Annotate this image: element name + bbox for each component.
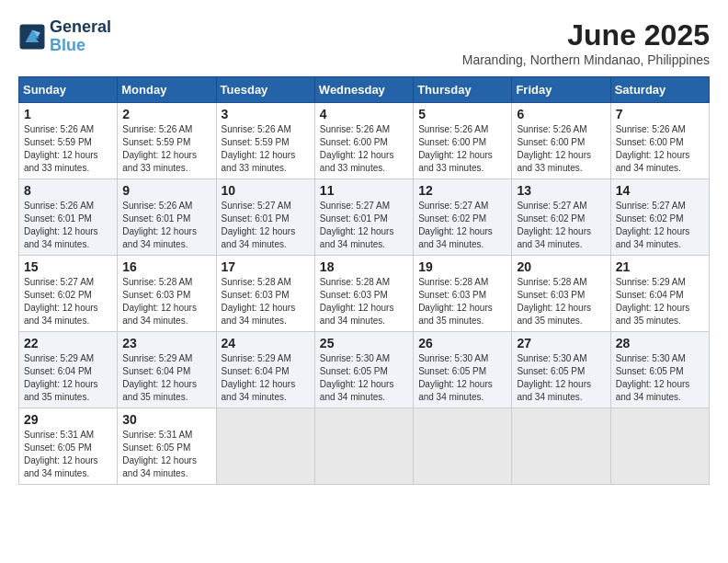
day-number: 29 bbox=[24, 412, 112, 427]
logo-line1: General bbox=[50, 18, 111, 37]
day-number: 16 bbox=[122, 259, 210, 274]
day-info: Sunrise: 5:27 AMSunset: 6:01 PMDaylight:… bbox=[222, 200, 310, 251]
day-number: 14 bbox=[616, 183, 704, 198]
calendar-day-cell: 26Sunrise: 5:30 AMSunset: 6:05 PMDayligh… bbox=[414, 332, 512, 408]
day-number: 12 bbox=[418, 183, 506, 198]
calendar-day-cell: 15Sunrise: 5:27 AMSunset: 6:02 PMDayligh… bbox=[19, 256, 118, 332]
day-number: 9 bbox=[122, 183, 210, 198]
day-info: Sunrise: 5:29 AMSunset: 6:04 PMDaylight:… bbox=[222, 352, 310, 404]
calendar-day-cell: 24Sunrise: 5:29 AMSunset: 6:04 PMDayligh… bbox=[216, 332, 314, 408]
day-info: Sunrise: 5:28 AMSunset: 6:03 PMDaylight:… bbox=[122, 276, 210, 327]
day-number: 6 bbox=[517, 107, 605, 121]
calendar-day-cell: 8Sunrise: 5:26 AMSunset: 6:01 PMDaylight… bbox=[19, 179, 118, 256]
day-info: Sunrise: 5:26 AMSunset: 5:59 PMDaylight:… bbox=[122, 123, 210, 175]
calendar-day-cell: 22Sunrise: 5:29 AMSunset: 6:04 PMDayligh… bbox=[19, 332, 118, 408]
calendar-day-cell: 30Sunrise: 5:31 AMSunset: 6:05 PMDayligh… bbox=[118, 408, 216, 485]
weekday-header-cell: Saturday bbox=[610, 77, 709, 103]
day-info: Sunrise: 5:27 AMSunset: 6:02 PMDaylight:… bbox=[616, 200, 704, 251]
day-number: 22 bbox=[24, 336, 112, 350]
calendar-day-cell: 25Sunrise: 5:30 AMSunset: 6:05 PMDayligh… bbox=[314, 332, 413, 408]
day-number: 17 bbox=[222, 259, 310, 274]
calendar-day-cell: 2Sunrise: 5:26 AMSunset: 5:59 PMDaylight… bbox=[118, 103, 216, 179]
day-info: Sunrise: 5:30 AMSunset: 6:05 PMDaylight:… bbox=[616, 352, 704, 404]
calendar-week-row: 15Sunrise: 5:27 AMSunset: 6:02 PMDayligh… bbox=[19, 256, 710, 332]
calendar-day-cell bbox=[216, 408, 314, 485]
day-info: Sunrise: 5:26 AMSunset: 6:01 PMDaylight:… bbox=[24, 200, 112, 251]
weekday-header-cell: Monday bbox=[118, 77, 216, 103]
day-info: Sunrise: 5:29 AMSunset: 6:04 PMDaylight:… bbox=[122, 352, 210, 404]
calendar-day-cell: 6Sunrise: 5:26 AMSunset: 6:00 PMDaylight… bbox=[512, 103, 610, 179]
logo-icon bbox=[18, 23, 46, 51]
day-number: 25 bbox=[320, 336, 408, 350]
day-info: Sunrise: 5:26 AMSunset: 5:59 PMDaylight:… bbox=[222, 123, 310, 175]
day-number: 13 bbox=[517, 183, 605, 198]
day-info: Sunrise: 5:30 AMSunset: 6:05 PMDaylight:… bbox=[320, 352, 408, 404]
day-info: Sunrise: 5:27 AMSunset: 6:02 PMDaylight:… bbox=[517, 200, 605, 251]
calendar-day-cell: 21Sunrise: 5:29 AMSunset: 6:04 PMDayligh… bbox=[610, 256, 709, 332]
day-number: 2 bbox=[122, 107, 210, 121]
calendar-day-cell: 29Sunrise: 5:31 AMSunset: 6:05 PMDayligh… bbox=[19, 408, 118, 485]
day-number: 23 bbox=[122, 336, 210, 350]
day-info: Sunrise: 5:29 AMSunset: 6:04 PMDaylight:… bbox=[24, 352, 112, 404]
calendar-day-cell: 12Sunrise: 5:27 AMSunset: 6:02 PMDayligh… bbox=[414, 179, 512, 256]
calendar-day-cell bbox=[314, 408, 413, 485]
calendar-day-cell: 4Sunrise: 5:26 AMSunset: 6:00 PMDaylight… bbox=[314, 103, 413, 179]
day-number: 24 bbox=[222, 336, 310, 350]
day-info: Sunrise: 5:30 AMSunset: 6:05 PMDaylight:… bbox=[418, 352, 506, 404]
day-info: Sunrise: 5:30 AMSunset: 6:05 PMDaylight:… bbox=[517, 352, 605, 404]
calendar-day-cell bbox=[512, 408, 610, 485]
calendar-day-cell: 5Sunrise: 5:26 AMSunset: 6:00 PMDaylight… bbox=[414, 103, 512, 179]
calendar-day-cell: 11Sunrise: 5:27 AMSunset: 6:01 PMDayligh… bbox=[314, 179, 413, 256]
day-number: 10 bbox=[222, 183, 310, 198]
calendar-day-cell: 18Sunrise: 5:28 AMSunset: 6:03 PMDayligh… bbox=[314, 256, 413, 332]
day-info: Sunrise: 5:31 AMSunset: 6:05 PMDaylight:… bbox=[122, 429, 210, 480]
day-number: 8 bbox=[24, 183, 112, 198]
day-info: Sunrise: 5:28 AMSunset: 6:03 PMDaylight:… bbox=[517, 276, 605, 327]
calendar-day-cell: 1Sunrise: 5:26 AMSunset: 5:59 PMDaylight… bbox=[19, 103, 118, 179]
calendar-day-cell: 23Sunrise: 5:29 AMSunset: 6:04 PMDayligh… bbox=[118, 332, 216, 408]
calendar-day-cell: 17Sunrise: 5:28 AMSunset: 6:03 PMDayligh… bbox=[216, 256, 314, 332]
day-info: Sunrise: 5:26 AMSunset: 6:00 PMDaylight:… bbox=[517, 123, 605, 175]
day-info: Sunrise: 5:27 AMSunset: 6:02 PMDaylight:… bbox=[24, 276, 112, 327]
day-number: 4 bbox=[320, 107, 408, 121]
day-number: 19 bbox=[418, 259, 506, 274]
day-number: 15 bbox=[24, 259, 112, 274]
calendar-day-cell: 9Sunrise: 5:26 AMSunset: 6:01 PMDaylight… bbox=[118, 179, 216, 256]
calendar-day-cell: 14Sunrise: 5:27 AMSunset: 6:02 PMDayligh… bbox=[610, 179, 709, 256]
day-number: 27 bbox=[517, 336, 605, 350]
calendar-week-row: 1Sunrise: 5:26 AMSunset: 5:59 PMDaylight… bbox=[19, 103, 710, 179]
day-number: 21 bbox=[616, 259, 704, 274]
day-number: 1 bbox=[24, 107, 112, 121]
weekday-header-cell: Thursday bbox=[414, 77, 512, 103]
day-info: Sunrise: 5:26 AMSunset: 6:00 PMDaylight:… bbox=[616, 123, 704, 175]
calendar-day-cell: 3Sunrise: 5:26 AMSunset: 5:59 PMDaylight… bbox=[216, 103, 314, 179]
calendar-week-row: 22Sunrise: 5:29 AMSunset: 6:04 PMDayligh… bbox=[19, 332, 710, 408]
month-title: June 2025 bbox=[462, 18, 710, 52]
day-number: 7 bbox=[616, 107, 704, 121]
day-number: 26 bbox=[418, 336, 506, 350]
calendar-body: 1Sunrise: 5:26 AMSunset: 5:59 PMDaylight… bbox=[19, 103, 710, 485]
calendar-day-cell: 19Sunrise: 5:28 AMSunset: 6:03 PMDayligh… bbox=[414, 256, 512, 332]
day-info: Sunrise: 5:26 AMSunset: 5:59 PMDaylight:… bbox=[24, 123, 112, 175]
day-info: Sunrise: 5:31 AMSunset: 6:05 PMDaylight:… bbox=[24, 429, 112, 480]
weekday-header-row: SundayMondayTuesdayWednesdayThursdayFrid… bbox=[19, 77, 710, 103]
page-header: General Blue June 2025 Maranding, Northe… bbox=[18, 18, 710, 67]
calendar-week-row: 29Sunrise: 5:31 AMSunset: 6:05 PMDayligh… bbox=[19, 408, 710, 485]
title-section: June 2025 Maranding, Northern Mindanao, … bbox=[462, 18, 710, 67]
weekday-header-cell: Sunday bbox=[19, 77, 118, 103]
logo: General Blue bbox=[18, 18, 111, 55]
day-info: Sunrise: 5:26 AMSunset: 6:01 PMDaylight:… bbox=[122, 200, 210, 251]
day-number: 30 bbox=[122, 412, 210, 427]
day-info: Sunrise: 5:27 AMSunset: 6:01 PMDaylight:… bbox=[320, 200, 408, 251]
day-info: Sunrise: 5:26 AMSunset: 6:00 PMDaylight:… bbox=[418, 123, 506, 175]
calendar-day-cell: 16Sunrise: 5:28 AMSunset: 6:03 PMDayligh… bbox=[118, 256, 216, 332]
day-number: 18 bbox=[320, 259, 408, 274]
calendar-day-cell: 27Sunrise: 5:30 AMSunset: 6:05 PMDayligh… bbox=[512, 332, 610, 408]
calendar-table: SundayMondayTuesdayWednesdayThursdayFrid… bbox=[18, 76, 710, 485]
day-number: 3 bbox=[222, 107, 310, 121]
calendar-day-cell: 20Sunrise: 5:28 AMSunset: 6:03 PMDayligh… bbox=[512, 256, 610, 332]
logo-line2: Blue bbox=[50, 37, 111, 55]
day-number: 28 bbox=[616, 336, 704, 350]
calendar-week-row: 8Sunrise: 5:26 AMSunset: 6:01 PMDaylight… bbox=[19, 179, 710, 256]
day-info: Sunrise: 5:27 AMSunset: 6:02 PMDaylight:… bbox=[418, 200, 506, 251]
